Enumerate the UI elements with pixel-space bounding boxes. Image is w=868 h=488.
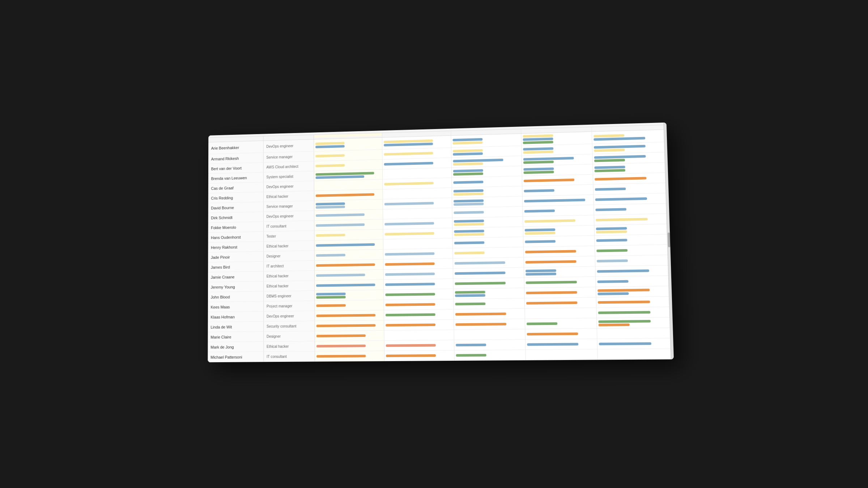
task-bar[interactable] (316, 274, 365, 277)
day-cell[interactable] (384, 330, 454, 341)
day-cell[interactable] (383, 178, 452, 189)
task-bar[interactable] (525, 260, 576, 264)
day-cell[interactable] (384, 350, 455, 361)
task-bar[interactable] (455, 261, 505, 265)
day-cell[interactable] (523, 195, 594, 206)
task-bar[interactable] (596, 230, 627, 234)
day-cell[interactable] (452, 217, 523, 228)
task-bar[interactable] (316, 205, 345, 209)
task-bar[interactable] (454, 192, 484, 196)
day-cell[interactable] (524, 277, 596, 288)
task-bar[interactable] (524, 209, 554, 213)
day-cell[interactable] (314, 179, 383, 191)
task-bar[interactable] (456, 343, 486, 346)
task-bar[interactable] (316, 344, 366, 347)
day-cell[interactable] (592, 142, 664, 154)
task-bar[interactable] (386, 313, 435, 317)
task-bar[interactable] (453, 152, 483, 155)
day-cell[interactable] (384, 340, 454, 351)
task-bar[interactable] (523, 147, 553, 150)
day-cell[interactable] (596, 276, 669, 287)
day-cell[interactable] (383, 248, 453, 259)
task-bar[interactable] (454, 189, 484, 192)
task-bar[interactable] (454, 219, 484, 223)
task-bar[interactable] (315, 164, 345, 167)
day-cell[interactable] (314, 189, 383, 201)
task-bar[interactable] (453, 149, 483, 152)
task-bar[interactable] (384, 142, 433, 146)
task-bar[interactable] (453, 169, 483, 172)
task-bar[interactable] (316, 175, 365, 179)
task-bar[interactable] (525, 250, 576, 253)
task-bar[interactable] (384, 222, 434, 226)
day-cell[interactable] (524, 287, 596, 298)
day-cell[interactable] (597, 307, 669, 318)
task-bar[interactable] (596, 227, 627, 230)
task-bar[interactable] (597, 269, 649, 273)
day-cell[interactable] (522, 175, 593, 186)
task-bar[interactable] (316, 304, 346, 307)
task-bar[interactable] (386, 324, 435, 326)
task-bar[interactable] (598, 288, 650, 292)
day-cell[interactable] (452, 196, 523, 207)
task-bar[interactable] (384, 232, 434, 236)
task-bar[interactable] (454, 199, 484, 202)
day-cell[interactable] (383, 168, 452, 179)
day-cell[interactable] (454, 298, 524, 309)
day-cell[interactable] (522, 164, 593, 176)
task-bar[interactable] (594, 145, 645, 149)
task-bar[interactable] (454, 202, 484, 206)
day-cell[interactable] (314, 170, 383, 181)
day-cell[interactable] (522, 144, 593, 156)
task-bar[interactable] (595, 166, 625, 169)
day-cell[interactable] (523, 205, 594, 216)
day-cell[interactable] (382, 148, 452, 159)
task-bar[interactable] (385, 273, 435, 276)
task-bar[interactable] (598, 300, 650, 304)
day-cell[interactable] (521, 132, 592, 146)
task-bar[interactable] (596, 218, 648, 222)
day-cell[interactable] (383, 228, 453, 239)
day-cell[interactable] (452, 186, 523, 197)
task-bar[interactable] (526, 281, 577, 284)
task-bar[interactable] (315, 142, 345, 145)
task-bar[interactable] (526, 273, 556, 275)
day-cell[interactable] (594, 193, 666, 205)
day-cell[interactable] (383, 269, 453, 279)
task-bar[interactable] (598, 292, 629, 295)
task-bar[interactable] (316, 243, 375, 247)
task-bar[interactable] (597, 249, 628, 252)
task-bar[interactable] (316, 355, 366, 358)
day-cell[interactable] (315, 330, 384, 341)
task-bar[interactable] (524, 199, 585, 203)
day-cell[interactable] (383, 198, 452, 209)
task-bar[interactable] (316, 254, 345, 257)
day-cell[interactable] (596, 286, 669, 297)
day-cell[interactable] (452, 227, 523, 238)
day-cell[interactable] (384, 320, 454, 330)
task-bar[interactable] (453, 141, 483, 144)
task-bar[interactable] (316, 324, 376, 328)
day-cell[interactable] (525, 329, 597, 339)
day-cell[interactable] (453, 267, 524, 278)
day-cell[interactable] (315, 310, 384, 321)
day-cell[interactable] (383, 188, 452, 199)
day-cell[interactable] (315, 240, 383, 251)
task-bar[interactable] (316, 172, 374, 176)
day-cell[interactable] (383, 238, 453, 249)
task-bar[interactable] (385, 303, 435, 306)
task-bar[interactable] (599, 323, 630, 326)
day-cell[interactable] (314, 138, 382, 151)
task-bar[interactable] (316, 202, 345, 205)
task-bar[interactable] (527, 343, 578, 346)
day-cell[interactable] (314, 200, 383, 211)
task-bar[interactable] (316, 296, 346, 299)
task-bar[interactable] (527, 322, 557, 325)
task-bar[interactable] (526, 269, 556, 272)
day-cell[interactable] (454, 278, 524, 289)
day-cell[interactable] (315, 351, 384, 361)
task-bar[interactable] (386, 354, 436, 357)
task-bar[interactable] (523, 141, 553, 144)
day-cell[interactable] (384, 309, 454, 320)
task-bar[interactable] (453, 158, 503, 162)
